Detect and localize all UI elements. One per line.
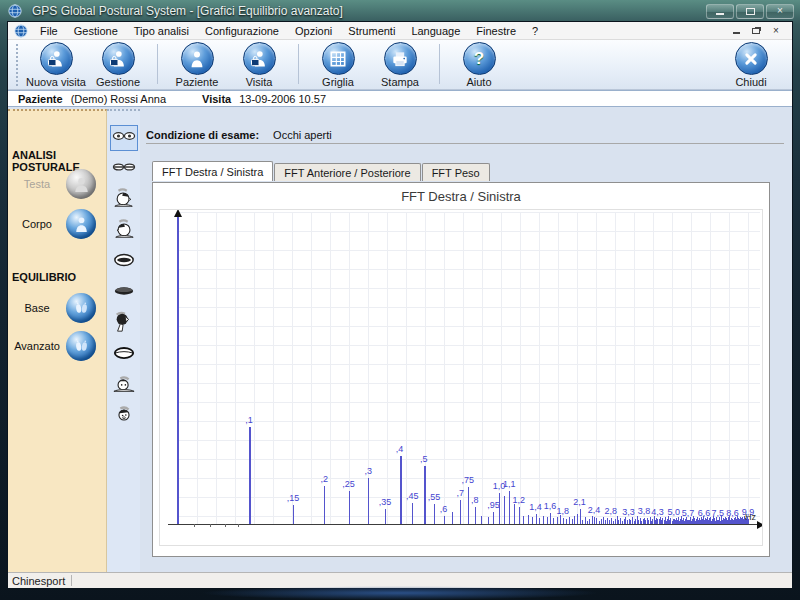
sidebar-item-avanzato[interactable]: Avanzato (8, 329, 107, 363)
fft-spike (488, 517, 489, 524)
fft-spike (615, 519, 616, 524)
sidebar: ANALISI POSTURALETestaCorpoEQUILIBRIOBas… (8, 109, 107, 572)
person-case-icon (243, 42, 276, 75)
fft-spike (643, 519, 644, 524)
sidebar-item-label: Avanzato (8, 340, 66, 352)
fft-spike (424, 466, 426, 524)
fft-spike (603, 517, 604, 524)
fft-spike (452, 512, 453, 524)
toolbar-button-gestione[interactable]: Gestione (87, 42, 149, 88)
fft-spike (566, 519, 567, 524)
toolbar-button-griglia[interactable]: Griglia (307, 42, 369, 88)
close-button[interactable]: × (766, 4, 794, 19)
app-window: GPS Global Postural System - [Grafici Eq… (0, 0, 800, 600)
axis-subtick (210, 524, 211, 527)
sidebar-item-label: Base (8, 302, 66, 314)
fft-spike-label: 2,8 (605, 506, 618, 516)
fft-spike (580, 509, 581, 524)
tab-fft-peso[interactable]: FFT Peso (422, 163, 490, 181)
fft-spike-label: 1,1 (503, 479, 516, 489)
minimize-button[interactable] (706, 4, 734, 19)
fft-spike (385, 509, 386, 524)
mdi-restore-button[interactable] (750, 26, 762, 36)
condition-head-reclined-alt-button[interactable] (110, 404, 138, 430)
mouth-closed-icon (111, 280, 137, 306)
sphere-bust-icon (66, 169, 96, 199)
condition-eyes-closed-button[interactable] (110, 156, 138, 182)
condition-head-tilt-up-button[interactable] (110, 311, 138, 337)
toolbar-button-aiuto[interactable]: ?Aiuto (448, 42, 510, 88)
condition-lips-open-button[interactable] (110, 342, 138, 368)
x-axis-unit-label: Hz (745, 512, 756, 522)
fft-spike (493, 512, 494, 524)
fft-spike (550, 513, 551, 524)
fft-spike (349, 491, 350, 524)
sphere-feet-icon (66, 293, 96, 323)
axis-subtick (194, 524, 195, 527)
fft-spike (434, 504, 435, 524)
menu-item-file[interactable]: File (32, 23, 66, 39)
fft-spike (592, 516, 593, 524)
menu-item-gestione[interactable]: Gestione (66, 23, 126, 39)
fft-spike-label: ,25 (342, 479, 355, 489)
status-text: Chinesport (8, 575, 71, 587)
fft-spike (563, 518, 564, 524)
fft-spike (509, 491, 510, 524)
eyes-open-icon (111, 125, 137, 151)
condition-head-reclined-button[interactable] (110, 373, 138, 399)
condition-head-turn-right-button[interactable] (110, 187, 138, 213)
toolbar-button-chiudi[interactable]: Chiudi (720, 42, 782, 88)
fft-spike (324, 486, 325, 524)
menu-item-language[interactable]: Language (403, 23, 468, 39)
toolbar-button-label: Visita (246, 76, 273, 88)
toolbar-button-nuova-visita[interactable]: Nuova visita (25, 42, 87, 88)
sidebar-section-title: EQUILIBRIO (12, 271, 76, 283)
toolbar-button-label: Paziente (176, 76, 219, 88)
mdi-close-button[interactable]: × (770, 26, 782, 36)
fft-spike-label: 2,1 (573, 497, 586, 507)
fft-spike-label: ,75 (462, 475, 475, 485)
toolbar-button-stampa[interactable]: Stampa (369, 42, 431, 88)
condition-label: Condizione di esame: (146, 129, 259, 141)
head-turn-left-icon (111, 218, 137, 244)
menu-bar: FileGestioneTipo analisiConfigurazioneOp… (8, 22, 792, 40)
fft-spike-label: ,35 (379, 497, 392, 507)
tab-fft-anteriore-posteriore[interactable]: FFT Anteriore / Posteriore (274, 163, 420, 181)
menu-item-tipo-analisi[interactable]: Tipo analisi (126, 23, 197, 39)
visit-value: 13-09-2006 10.57 (239, 93, 326, 105)
menu-item-[interactable]: ? (524, 23, 546, 39)
axis-subtick (238, 524, 239, 527)
fft-spike (532, 517, 533, 524)
fft-spike-label: ,45 (406, 491, 419, 501)
maximize-button[interactable] (736, 4, 764, 19)
fft-spike (582, 520, 583, 524)
patient-value: (Demo) Rossi Anna (71, 93, 166, 105)
toolbar-button-visita[interactable]: Visita (228, 42, 290, 88)
tab-fft-destra-sinistra[interactable]: FFT Destra / Sinistra (152, 161, 273, 181)
menu-item-opzioni[interactable]: Opzioni (287, 23, 340, 39)
fft-spike (514, 504, 515, 524)
status-separator (71, 575, 72, 586)
toolbar-close-slot: Chiudi (720, 42, 782, 88)
toolbar-buttons: Nuova visitaGestionePazienteVisitaGrigli… (25, 42, 510, 88)
condition-eyes-open-button[interactable] (110, 125, 138, 151)
toolbar: Nuova visitaGestionePazienteVisitaGrigli… (8, 40, 792, 90)
person-case-icon (40, 42, 73, 75)
sidebar-item-base[interactable]: Base (8, 291, 107, 325)
menu-item-strumenti[interactable]: Strumenti (340, 23, 403, 39)
mdi-minimize-button[interactable] (730, 26, 742, 36)
fft-spike (596, 518, 597, 524)
fft-spike (601, 519, 602, 524)
lips-open-icon (111, 342, 137, 368)
fft-spike (481, 516, 482, 524)
condition-head-turn-left-button[interactable] (110, 218, 138, 244)
sphere-person-icon (66, 209, 96, 239)
toolbar-button-paziente[interactable]: Paziente (166, 42, 228, 88)
menu-item-configurazione[interactable]: Configurazione (197, 23, 287, 39)
sidebar-item-corpo[interactable]: Corpo (8, 207, 107, 241)
condition-mouth-closed-button[interactable] (110, 280, 138, 306)
grid-icon (322, 42, 355, 75)
head-turn-right-icon (111, 187, 137, 213)
condition-mouth-open-button[interactable] (110, 249, 138, 275)
menu-item-finestre[interactable]: Finestre (468, 23, 524, 39)
